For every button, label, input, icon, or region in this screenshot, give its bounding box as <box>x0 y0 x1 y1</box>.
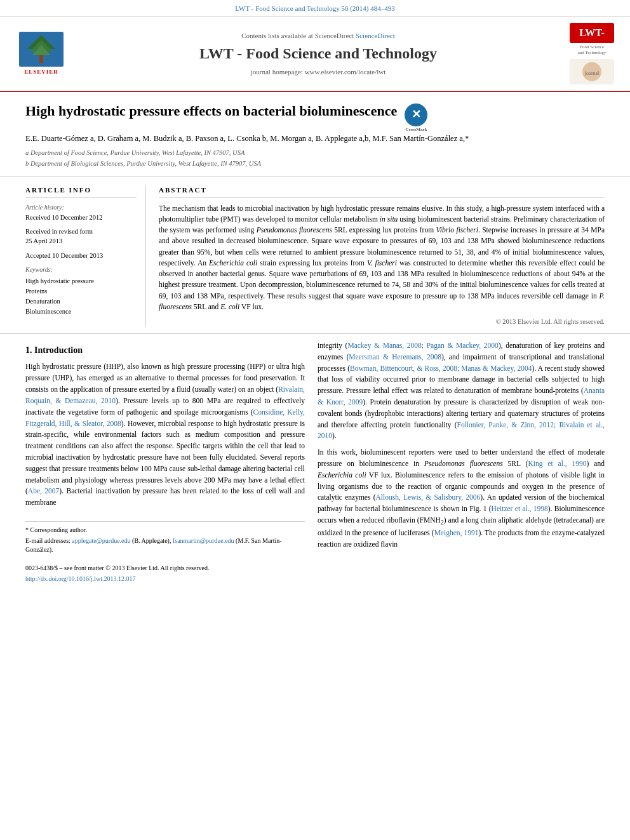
elsevier-logo: ELSEVIER <box>13 32 70 76</box>
ref-ananta-2009[interactable]: Ananta & Knorr, 2009 <box>318 387 605 406</box>
section-1-title: 1. Introduction <box>25 344 305 357</box>
doi-url[interactable]: http://dx.doi.org/10.1016/j.lwt.2013.12.… <box>25 575 135 582</box>
article-authors: E.E. Duarte-Gómez a, D. Graham a, M. Bud… <box>25 133 605 145</box>
footnote-section: * Corresponding author. E-mail addresses… <box>25 521 305 554</box>
journal-title: LWT - Food Science and Technology <box>76 43 560 65</box>
email-applegate[interactable]: applegate@purdue.edu <box>72 537 130 544</box>
ref-rivalain-2010[interactable]: Rivalain, Roquain, & Demazeau, 2010 <box>25 385 305 404</box>
copyright: © 2013 Elsevier Ltd. All rights reserved… <box>159 317 605 327</box>
accepted-date: Accepted 10 December 2013 <box>25 251 137 261</box>
content-right-column: integrity (Mackey & Manas, 2008; Pagan &… <box>318 340 605 583</box>
keywords-label: Keywords: <box>25 265 137 274</box>
elsevier-tree-icon <box>19 32 64 67</box>
lwt-badge: LWT- <box>570 23 614 43</box>
history-label: Article history: <box>25 203 137 212</box>
article-title: High hydrostatic pressure effects on bac… <box>25 102 605 126</box>
ref-considine-2008[interactable]: Considine, Kelly, Fitzgerald, Hill, & Sl… <box>25 408 305 427</box>
intro-paragraph-right-1: integrity (Mackey & Manas, 2008; Pagan &… <box>318 340 605 442</box>
journal-url: journal homepage: www.elsevier.com/locat… <box>76 67 560 77</box>
journal-citation: LWT - Food Science and Technology 56 (20… <box>235 4 395 12</box>
abstract-header: ABSTRACT <box>159 185 605 197</box>
ref-bowman-2008[interactable]: Bowman, Bittencourt, & Ross, 2008; Manas… <box>350 364 532 372</box>
ref-mackey-2008[interactable]: Mackey & Manas, 2008; Pagan & Mackey, 20… <box>347 342 498 349</box>
crossmark-badge: ✕ CrossMark <box>405 103 427 126</box>
lwt-badge-subtitle: Food Scienceand Technology <box>570 44 614 57</box>
keyword-3: Denaturation <box>25 297 137 307</box>
intro-paragraph-right-2: In this work, bioluminescent reporters w… <box>318 447 605 550</box>
lwt-logo: LWT- Food Scienceand Technology journal <box>566 23 617 84</box>
sciencedirect-link[interactable]: ScienceDirect <box>356 32 395 39</box>
svg-rect-0 <box>39 54 43 63</box>
article-info-header: ARTICLE INFO <box>25 185 137 197</box>
keyword-1: High hydrostatic pressure <box>25 277 137 286</box>
title-text: High hydrostatic pressure effects on bac… <box>25 102 397 121</box>
affiliation-b: b Department of Biological Sciences, Pur… <box>25 159 605 169</box>
ref-heitzer-1998[interactable]: Heitzer et al., 1998 <box>492 505 548 512</box>
article-info-column: ARTICLE INFO Article history: Received 1… <box>25 185 146 327</box>
ref-king-1990[interactable]: King et al., 1990 <box>528 460 586 467</box>
abstract-column: ABSTRACT The mechanism that leads to mic… <box>159 185 605 327</box>
ref-meighen-1991[interactable]: Meighen, 1991 <box>434 529 479 537</box>
article-info-abstract-section: ARTICLE INFO Article history: Received 1… <box>0 177 630 334</box>
ref-alloush-2006[interactable]: Alloush, Lewis, & Salisbury, 2006 <box>376 493 481 501</box>
crossmark-icon: ✕ <box>405 103 427 126</box>
abstract-text: The mechanism that leads to microbial in… <box>159 203 605 313</box>
sciencedirect-text: Contents lists available at ScienceDirec… <box>76 31 560 41</box>
affiliation-a: a Department of Food Science, Purdue Uni… <box>25 149 605 158</box>
article-header: High hydrostatic pressure effects on bac… <box>0 92 630 177</box>
ref-follonier-2012[interactable]: Follonier, Panke, & Zinn, 2012; Rivalain… <box>318 421 605 440</box>
ref-meersman-2008[interactable]: Meersman & Heremans, 2008 <box>349 353 441 361</box>
intro-paragraph-1: High hydrostatic pressure (HHP), also kn… <box>25 361 305 509</box>
journal-top-bar: LWT - Food Science and Technology 56 (20… <box>0 0 630 17</box>
elsevier-label: ELSEVIER <box>24 68 58 76</box>
svg-text:journal: journal <box>584 70 600 76</box>
keyword-2: Proteins <box>25 287 137 297</box>
journal-header: ELSEVIER Contents lists available at Sci… <box>0 17 630 92</box>
main-content: 1. Introduction High hydrostatic pressur… <box>0 334 630 590</box>
keyword-4: Bioluminescence <box>25 307 137 317</box>
header-center: Contents lists available at ScienceDirec… <box>76 31 560 77</box>
footnote-star: * Corresponding author. <box>25 526 305 535</box>
received-date: Received 10 December 2012 <box>25 213 137 223</box>
content-left-column: 1. Introduction High hydrostatic pressur… <box>25 340 305 583</box>
ref-abe-2007[interactable]: Abe, 2007 <box>28 487 60 495</box>
email-sanmartin[interactable]: fsanmartin@purdue.edu <box>173 537 234 544</box>
footnote-email: E-mail addresses: applegate@purdue.edu (… <box>25 537 305 554</box>
issn-line: 0023-6438/$ – see front matter © 2013 El… <box>25 564 305 573</box>
revised-date: Received in revised form 25 April 2013 <box>25 227 137 246</box>
doi-link[interactable]: http://dx.doi.org/10.1016/j.lwt.2013.12.… <box>25 575 305 583</box>
